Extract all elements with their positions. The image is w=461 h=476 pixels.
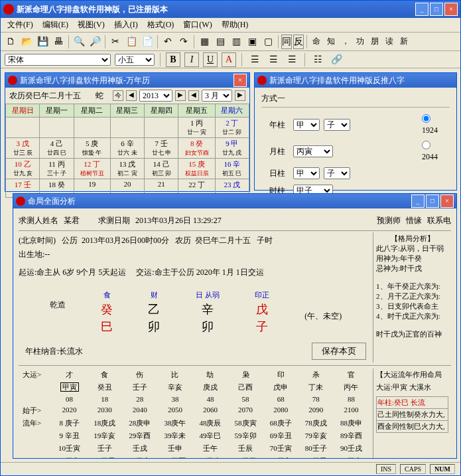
- calendar-cell[interactable]: 10 乙廿九 亥: [6, 159, 40, 179]
- tb-text-peng[interactable]: 朋: [368, 36, 381, 47]
- calendar-cell[interactable]: 15 庚权益日辰: [178, 159, 215, 179]
- calendar-cell[interactable]: 2 丁廿二 卯: [215, 118, 249, 138]
- month-prev-button[interactable]: ◀: [188, 90, 199, 101]
- luck-cell: 28庚申: [122, 418, 157, 428]
- calendar-cell[interactable]: 13 戊初二 寅: [110, 159, 144, 179]
- align-right-icon[interactable]: ☰: [285, 52, 299, 67]
- underline-icon[interactable]: U: [203, 52, 218, 67]
- menu-file[interactable]: 文件(F): [3, 18, 37, 32]
- italic-icon[interactable]: I: [184, 52, 199, 67]
- analysis-maximize-button[interactable]: □: [426, 195, 439, 208]
- calendar-cell[interactable]: 3 戊廿三 辰: [6, 138, 40, 159]
- undo-icon[interactable]: ↶: [161, 35, 175, 49]
- align-center-icon[interactable]: ☰: [266, 52, 281, 67]
- tb-icon-3[interactable]: ▥: [229, 35, 243, 49]
- analysis-minimize-button[interactable]: _: [411, 195, 425, 208]
- date-value: 2013年03月26日 13:29:27: [135, 215, 222, 226]
- maximize-button[interactable]: □: [430, 3, 443, 16]
- calendar-cell[interactable]: 5 庚惊蛰 午: [74, 138, 110, 159]
- open-icon[interactable]: 📂: [19, 35, 34, 49]
- close-button[interactable]: ×: [444, 3, 458, 16]
- menu-view[interactable]: 视图(V): [74, 18, 109, 32]
- luck-cell: 59辛卯: [228, 431, 263, 441]
- font-size-select[interactable]: 小五: [115, 54, 155, 66]
- calendar-cell[interactable]: 8 癸妇女节酉: [178, 138, 215, 159]
- calendar-cell[interactable]: 6 辛廿六 未: [110, 138, 144, 159]
- year-next-button[interactable]: ▶: [175, 90, 186, 101]
- luck-cell: 78: [298, 395, 334, 403]
- calendar-app-icon: [8, 76, 17, 85]
- year-prev-button[interactable]: ◀: [126, 90, 137, 101]
- calendar-cell[interactable]: [6, 118, 40, 138]
- calendar-title: 新派命理八字排盘软件用神版-万年历: [20, 75, 233, 86]
- analysis-close-button[interactable]: ×: [440, 195, 454, 208]
- calendar-cell[interactable]: 11 丙三十 子: [40, 159, 74, 179]
- paste-icon[interactable]: 📄: [140, 35, 155, 49]
- bold-icon[interactable]: B: [166, 52, 180, 67]
- year-select[interactable]: 2013: [139, 90, 172, 102]
- month-select[interactable]: 3 月: [202, 90, 232, 102]
- year-stem-select[interactable]: 甲: [293, 119, 320, 131]
- cut-icon[interactable]: ✂: [108, 35, 123, 49]
- calendar-close-button[interactable]: ×: [233, 74, 247, 87]
- preview-icon[interactable]: 🔍: [72, 35, 86, 49]
- year-branch-select[interactable]: 子: [324, 119, 350, 131]
- calendar-cell[interactable]: [145, 118, 178, 138]
- luck-cell: 68庚子: [263, 418, 298, 428]
- month-next-button[interactable]: ▶: [235, 90, 245, 101]
- radio-1924[interactable]: [422, 114, 430, 123]
- print-icon[interactable]: 🖶: [51, 35, 66, 49]
- calendar-cell[interactable]: 7 壬廿七 申: [145, 138, 178, 159]
- luck-cell: 80壬子: [298, 443, 334, 453]
- tb-text-du[interactable]: 读: [383, 36, 396, 47]
- menu-window[interactable]: 窗口(W): [179, 18, 216, 32]
- gender: 乾造: [50, 299, 66, 311]
- menu-edit[interactable]: 编辑(E): [38, 18, 72, 32]
- weekday-mon: 星期一: [40, 104, 74, 118]
- luck-cell: 38: [157, 395, 192, 403]
- tb-text-zhi[interactable]: 知: [324, 36, 338, 47]
- search-icon[interactable]: 🔎: [88, 35, 102, 49]
- tb-text-sep: ，: [339, 36, 352, 47]
- tb-icon-2[interactable]: ▤: [213, 35, 228, 49]
- redo-icon[interactable]: ↷: [176, 35, 191, 49]
- calendar-cell[interactable]: 16 辛初五 巳: [215, 159, 249, 179]
- tb-icon-4[interactable]: ▣: [245, 35, 259, 49]
- tb-icon-5[interactable]: ▢: [261, 35, 275, 49]
- tb-text-gong[interactable]: 功: [354, 36, 367, 47]
- calendar-cell[interactable]: [110, 118, 144, 138]
- calendar-cell[interactable]: 4 己廿四 巳: [40, 138, 74, 159]
- calendar-cell[interactable]: 9 甲廿九 戌: [215, 138, 249, 159]
- calendar-cell[interactable]: [74, 118, 110, 138]
- list-icon[interactable]: ☷: [310, 52, 325, 67]
- menu-format[interactable]: 格式(O): [143, 18, 178, 32]
- link-icon[interactable]: 🔗: [329, 52, 344, 67]
- menu-insert[interactable]: 插入(I): [110, 18, 142, 32]
- jiaoyun-value: 命主于公历 2020年 1月 1日交运: [155, 268, 264, 277]
- calendar-cell[interactable]: [40, 118, 74, 138]
- day-branch-select[interactable]: 子: [324, 167, 350, 179]
- save-icon[interactable]: 💾: [35, 35, 50, 49]
- day-stem-select[interactable]: 甲: [293, 167, 320, 179]
- menu-help[interactable]: 帮助(H): [218, 18, 253, 32]
- today-button[interactable]: 今: [113, 90, 123, 101]
- align-left-icon[interactable]: ☰: [247, 52, 262, 67]
- tb-text-xin[interactable]: 新: [397, 36, 411, 47]
- tb-text-btn-1[interactable]: 同: [281, 35, 292, 49]
- calendar-cell[interactable]: 12 丁植树节丑: [74, 159, 110, 179]
- save-page-button[interactable]: 保存本页: [312, 343, 366, 360]
- font-color-icon[interactable]: A: [222, 52, 236, 67]
- copy-icon[interactable]: 📋: [124, 35, 139, 49]
- tb-text-ming[interactable]: 命: [310, 36, 323, 47]
- radio-2044[interactable]: [422, 141, 430, 149]
- font-name-select[interactable]: 宋体: [5, 54, 111, 66]
- month-pillar-select[interactable]: 丙寅: [293, 145, 333, 157]
- luck-cell: 29辛酉: [122, 431, 157, 441]
- minimize-button[interactable]: _: [415, 3, 428, 16]
- tb-text-btn-2[interactable]: 反: [293, 35, 304, 49]
- calendar-cell[interactable]: 14 己初三 卯: [145, 159, 178, 179]
- lunar-label: 农历: [175, 236, 191, 245]
- tb-icon-1[interactable]: ▦: [197, 35, 212, 49]
- new-icon[interactable]: 🗋: [3, 35, 18, 49]
- calendar-cell[interactable]: 1 丙廿一 寅: [178, 118, 215, 138]
